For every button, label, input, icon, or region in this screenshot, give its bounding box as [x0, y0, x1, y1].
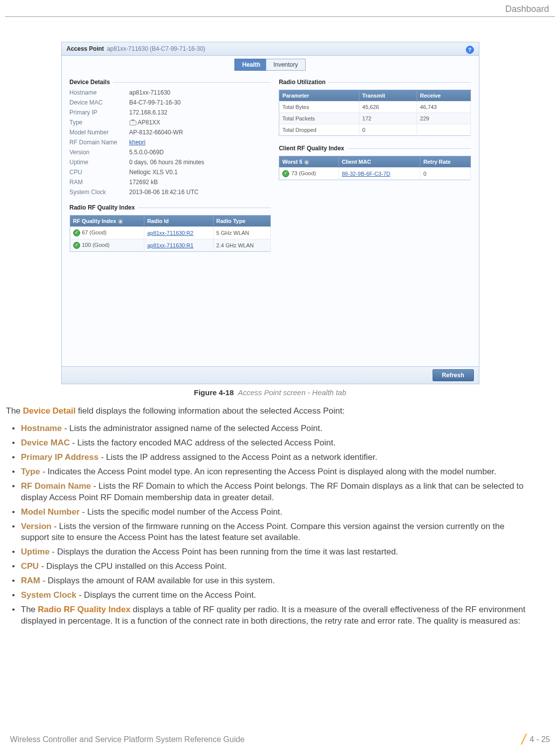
- device-detail-row: Hostnameap81xx-711630: [70, 88, 271, 98]
- detail-key: RF Domain Name: [70, 139, 129, 146]
- field-term: Type: [21, 467, 40, 476]
- tab-inventory[interactable]: Inventory: [266, 59, 305, 71]
- device-detail-row: Device MACB4-C7-99-71-16-30: [70, 98, 271, 108]
- device-detail-row: Primary IP172.168.6.132: [70, 108, 271, 117]
- field-item: RF Domain Name - Lists the RF Domain to …: [21, 481, 534, 504]
- field-desc: - Lists the version of the firmware runn…: [21, 522, 504, 542]
- panel-titlebar: Access Point ap81xx-711630 (B4-C7-99-71-…: [62, 42, 479, 56]
- panel-title: Access Point: [67, 45, 104, 52]
- cell-receive: 229: [417, 113, 470, 124]
- detail-value: 172692 kB: [129, 179, 158, 186]
- detail-key: System Clock: [70, 189, 129, 196]
- cell-transmit: 172: [359, 113, 417, 124]
- detail-value: Netlogic XLS V0.1: [129, 169, 178, 176]
- field-item: The Radio RF Quality Index displays a ta…: [21, 604, 534, 627]
- client-rf-quality-table: Worst 5▴ Client MAC Retry Rate 73 (Good)…: [279, 156, 470, 180]
- col-parameter[interactable]: Parameter: [279, 90, 359, 102]
- detail-value: ap81xx-711630: [129, 89, 171, 96]
- access-point-panel: Access Point ap81xx-711630 (B4-C7-99-71-…: [61, 42, 479, 384]
- field-item: Type - Indicates the Access Point model …: [21, 466, 534, 478]
- cell-radio-id[interactable]: ap81xx-711630:R2: [144, 227, 213, 239]
- field-desc: - Lists the factory encoded MAC address …: [70, 438, 336, 447]
- cell-param: Total Dropped: [279, 124, 359, 136]
- panel-footer: Refresh: [62, 366, 479, 384]
- client-rf-quality-section: Client RF Quality Index Worst 5▴ Client …: [279, 145, 470, 180]
- cell-receive: 46,743: [417, 102, 470, 113]
- field-desc: - Lists the specific model number of the…: [80, 507, 282, 517]
- detail-key: Primary IP: [70, 109, 129, 116]
- device-detail-row: Uptime0 days, 06 hours 28 minutes: [70, 157, 271, 167]
- tab-row: HealthInventory: [62, 56, 479, 72]
- field-desc: - Lists the administrator assigned name …: [62, 424, 323, 433]
- good-icon: [282, 170, 289, 177]
- intro-para: The Device Detail field displays the fol…: [6, 406, 534, 417]
- field-item: CPU - Displays the CPU installed on this…: [21, 561, 534, 572]
- field-desc: - Lists the RF Domain to which the Acces…: [21, 481, 524, 502]
- col-client-mac[interactable]: Client MAC: [338, 156, 420, 168]
- cell-radio-type: 5 GHz WLAN: [213, 227, 271, 239]
- cell-mac[interactable]: 88-32-9B-6F-C3-7D: [338, 168, 420, 180]
- device-detail-row: System Clock2013-08-06 18:42:16 UTC: [70, 187, 271, 197]
- detail-value[interactable]: khepri: [129, 139, 146, 146]
- col-worst5[interactable]: Worst 5▴: [279, 156, 339, 168]
- device-detail-row: TypeAP81XX: [70, 117, 271, 127]
- detail-value: AP-8132-66040-WR: [129, 129, 183, 136]
- field-term: RF Domain Name: [21, 481, 91, 491]
- col-radio-type[interactable]: Radio Type: [213, 216, 271, 227]
- sort-icon[interactable]: ▴: [118, 219, 123, 224]
- detail-key: Device MAC: [70, 99, 129, 106]
- field-item: Hostname - Lists the administrator assig…: [21, 423, 534, 434]
- cell-retry: 0: [420, 168, 470, 180]
- sort-icon[interactable]: ▴: [304, 160, 309, 165]
- field-item: System Clock - Displays the current time…: [21, 590, 534, 601]
- detail-key: Version: [70, 149, 129, 156]
- radio-rf-quality-section: Radio RF Quality Index RF Quality Index▴…: [70, 204, 271, 252]
- field-term: Device MAC: [21, 438, 70, 447]
- detail-key: RAM: [70, 179, 129, 186]
- device-detail-row: Version5.5.0.0-069D: [70, 147, 271, 157]
- tab-health[interactable]: Health: [234, 59, 268, 71]
- field-term: Primary IP Address: [21, 452, 99, 462]
- cell-receive: [417, 124, 470, 136]
- page-header-crumb: Dashboard: [5, 0, 555, 17]
- field-desc: - Indicates the Access Point model type.…: [40, 467, 496, 476]
- radio-rf-quality-table: RF Quality Index▴ Radio Id Radio Type 67…: [70, 215, 271, 252]
- radio-rf-quality-legend: Radio RF Quality Index: [70, 204, 138, 211]
- field-term: RAM: [21, 576, 40, 585]
- page-number: 4 - 25: [530, 735, 550, 744]
- ap-device-icon: [129, 120, 136, 125]
- help-icon[interactable]: ?: [466, 46, 474, 54]
- field-item: RAM - Displays the amount of RAM availab…: [21, 575, 534, 587]
- cell-quality: 100 (Good): [70, 239, 144, 252]
- detail-value: AP81XX: [129, 119, 160, 126]
- table-row: 100 (Good)ap81xx-711630:R12.4 GHz WLAN: [70, 239, 271, 252]
- col-retry-rate[interactable]: Retry Rate: [420, 156, 470, 168]
- field-item: Version - Lists the version of the firmw…: [21, 521, 534, 544]
- field-desc: - Displays the CPU installed on this Acc…: [39, 561, 226, 571]
- cell-worst: 73 (Good): [279, 168, 339, 180]
- table-row: Total Bytes45,62646,743: [279, 102, 470, 113]
- detail-value: 2013-08-06 18:42:16 UTC: [129, 189, 199, 196]
- field-term: Hostname: [21, 424, 62, 433]
- cell-radio-id[interactable]: ap81xx-711630:R1: [144, 239, 213, 252]
- detail-key: Type: [70, 119, 129, 126]
- page-footer: Wireless Controller and Service Platform…: [10, 731, 550, 748]
- col-receive[interactable]: Receive: [417, 90, 470, 102]
- col-radio-id[interactable]: Radio Id: [144, 216, 213, 227]
- radio-utilization-section: Radio Utilization Parameter Transmit Rec…: [279, 79, 470, 136]
- cell-quality: 67 (Good): [70, 227, 144, 239]
- detail-value: 0 days, 06 hours 28 minutes: [129, 159, 205, 166]
- detail-value: 172.168.6.132: [129, 109, 168, 116]
- col-rf-quality[interactable]: RF Quality Index▴: [70, 216, 144, 227]
- col-transmit[interactable]: Transmit: [359, 90, 417, 102]
- device-detail-row: RAM172692 kB: [70, 177, 271, 187]
- table-row: 73 (Good)88-32-9B-6F-C3-7D0: [279, 168, 470, 180]
- cell-transmit: 45,626: [359, 102, 417, 113]
- device-detail-row: CPUNetlogic XLS V0.1: [70, 167, 271, 177]
- device-detail-row: Model NumberAP-8132-66040-WR: [70, 127, 271, 137]
- detail-key: Uptime: [70, 159, 129, 166]
- detail-key: Model Number: [70, 129, 129, 136]
- refresh-button[interactable]: Refresh: [433, 369, 474, 381]
- figure-caption: Figure 4-18 Access Point screen - Health…: [5, 388, 535, 397]
- field-term: Model Number: [21, 507, 80, 517]
